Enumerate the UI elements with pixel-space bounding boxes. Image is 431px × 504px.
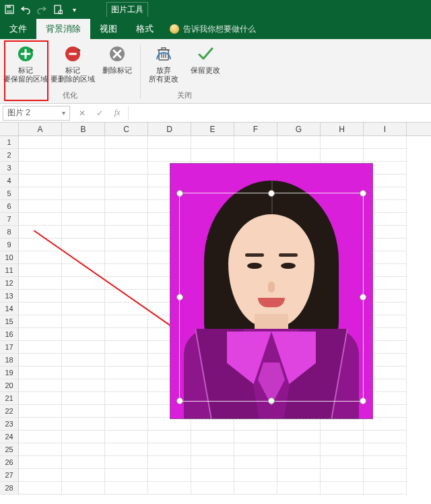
cell[interactable] [19, 443, 62, 456]
cell[interactable] [62, 367, 105, 379]
cell[interactable] [19, 367, 62, 379]
cell[interactable] [62, 251, 105, 264]
cell[interactable] [62, 162, 105, 175]
cell[interactable] [62, 239, 105, 251]
cell[interactable] [148, 418, 191, 431]
row-header[interactable]: 2 [0, 149, 19, 162]
column-header[interactable]: H [321, 123, 364, 135]
cell[interactable] [105, 328, 148, 341]
cell[interactable] [19, 405, 62, 418]
cell[interactable] [105, 367, 148, 379]
chevron-down-icon[interactable]: ▾ [62, 109, 65, 117]
cell[interactable] [277, 456, 321, 469]
cell[interactable] [19, 290, 62, 303]
redo-icon[interactable] [36, 4, 47, 15]
background-remove-marquee[interactable] [179, 193, 364, 402]
discard-changes-button[interactable]: 放弃所有更改 [143, 42, 184, 85]
mark-remove-button[interactable]: 标记要删除的区域 [50, 42, 96, 85]
accept-formula-button[interactable]: ✓ [93, 108, 106, 118]
tab-file[interactable]: 文件 [0, 19, 36, 39]
cell[interactable] [105, 418, 148, 431]
cell[interactable] [234, 149, 277, 162]
cell[interactable] [62, 264, 105, 277]
cell[interactable] [277, 136, 321, 149]
cell[interactable] [105, 392, 148, 405]
formula-input[interactable] [128, 106, 431, 121]
cell[interactable] [234, 456, 277, 469]
cell[interactable] [62, 379, 105, 392]
cell[interactable] [105, 354, 148, 367]
row-header[interactable]: 25 [0, 443, 19, 456]
resize-handle[interactable] [360, 398, 366, 404]
cell[interactable] [62, 469, 105, 482]
cell[interactable] [62, 175, 105, 187]
row-header[interactable]: 20 [0, 379, 19, 392]
cell[interactable] [234, 136, 277, 149]
resize-handle[interactable] [268, 398, 275, 404]
cell[interactable] [234, 431, 277, 443]
column-header[interactable]: C [105, 123, 148, 135]
undo-icon[interactable] [20, 4, 31, 15]
cell[interactable] [105, 482, 148, 495]
row-header[interactable]: 18 [0, 354, 19, 367]
resize-handle[interactable] [360, 294, 366, 301]
cell[interactable] [62, 149, 105, 162]
cell[interactable] [62, 213, 105, 226]
cell[interactable] [364, 482, 407, 495]
cell[interactable] [105, 341, 148, 354]
resize-handle[interactable] [176, 294, 183, 301]
save-icon[interactable] [4, 4, 15, 15]
cell[interactable] [148, 149, 191, 162]
row-header[interactable]: 22 [0, 405, 19, 418]
cell[interactable] [105, 239, 148, 251]
cancel-formula-button[interactable]: ✕ [75, 108, 89, 118]
cell[interactable] [19, 264, 62, 277]
cell[interactable] [19, 392, 62, 405]
cell[interactable] [191, 456, 234, 469]
cell[interactable] [364, 456, 407, 469]
resize-handle[interactable] [268, 190, 275, 197]
cell[interactable] [105, 213, 148, 226]
cell[interactable] [191, 443, 234, 456]
cell[interactable] [19, 187, 62, 200]
cell[interactable] [62, 277, 105, 290]
name-box[interactable]: 图片 2 ▾ [3, 106, 70, 121]
cell[interactable] [62, 328, 105, 341]
cell[interactable] [148, 136, 191, 149]
cell[interactable] [62, 482, 105, 495]
row-header[interactable]: 6 [0, 200, 19, 213]
cell[interactable] [105, 431, 148, 443]
cell[interactable] [19, 418, 62, 431]
cell[interactable] [277, 469, 321, 482]
delete-mark-button[interactable]: 删除标记 [97, 42, 137, 85]
cell[interactable] [277, 149, 321, 162]
row-header[interactable]: 23 [0, 418, 19, 431]
row-header[interactable]: 12 [0, 277, 19, 290]
cell[interactable] [19, 315, 62, 328]
cell[interactable] [105, 379, 148, 392]
cell[interactable] [321, 431, 364, 443]
column-header[interactable]: E [191, 123, 234, 135]
cell[interactable] [105, 264, 148, 277]
row-header[interactable]: 14 [0, 303, 19, 315]
cell[interactable] [19, 162, 62, 175]
cell[interactable] [364, 443, 407, 456]
cell[interactable] [277, 431, 321, 443]
cell[interactable] [191, 418, 234, 431]
cell[interactable] [105, 303, 148, 315]
cell[interactable] [62, 226, 105, 239]
cell[interactable] [321, 456, 364, 469]
cell[interactable] [19, 136, 62, 149]
cell[interactable] [148, 431, 191, 443]
cell[interactable] [19, 239, 62, 251]
insert-function-button[interactable]: fx [110, 108, 124, 118]
tell-me-search[interactable]: 告诉我你想要做什么 [170, 19, 256, 39]
row-header[interactable]: 5 [0, 187, 19, 200]
cell[interactable] [105, 149, 148, 162]
cell[interactable] [148, 469, 191, 482]
resize-handle[interactable] [176, 398, 183, 404]
cell[interactable] [105, 226, 148, 239]
cell[interactable] [62, 136, 105, 149]
cell[interactable] [105, 187, 148, 200]
cell[interactable] [191, 431, 234, 443]
